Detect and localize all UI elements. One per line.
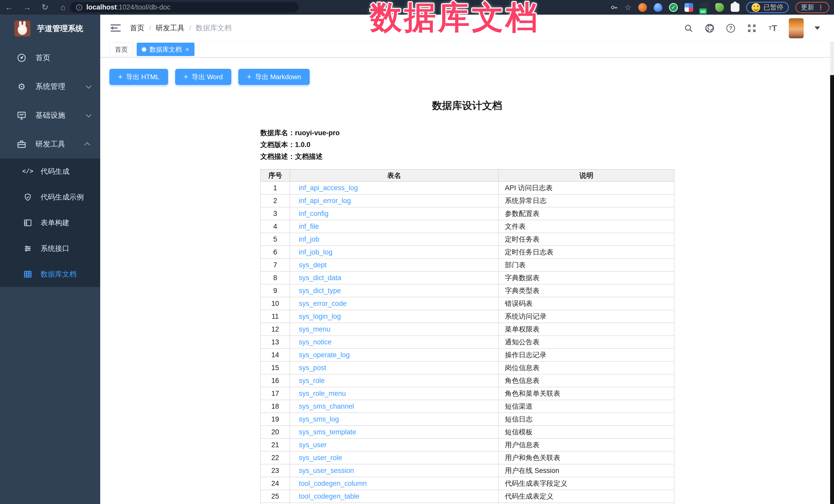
table-name-link[interactable]: inf_file bbox=[299, 223, 319, 230]
extension-icon-orange[interactable] bbox=[638, 3, 647, 12]
sidebar-item-devtools[interactable]: 研发工具 bbox=[0, 130, 100, 158]
table-name-link[interactable]: sys_sms_template bbox=[299, 428, 356, 436]
row-description: 菜单权限表 bbox=[499, 323, 674, 336]
table-name-link[interactable]: sys_login_log bbox=[299, 312, 341, 320]
table-name-link[interactable]: sys_user bbox=[299, 441, 327, 449]
row-index: 26 bbox=[261, 503, 290, 504]
row-description: 系统异常日志 bbox=[499, 194, 674, 207]
browser-menu-icon[interactable]: ⋮ bbox=[817, 4, 824, 11]
user-avatar[interactable] bbox=[789, 18, 804, 38]
doc-title: 数据库设计文档 bbox=[260, 99, 674, 113]
row-index: 10 bbox=[261, 297, 290, 310]
table-name-link[interactable]: inf_config bbox=[299, 210, 329, 217]
table-name-link[interactable]: sys_role_menu bbox=[299, 390, 346, 397]
table-name-link[interactable]: sys_sms_channel bbox=[299, 402, 354, 410]
extension-icon-grid[interactable] bbox=[684, 3, 693, 12]
table-name-link[interactable]: inf_api_access_log bbox=[299, 184, 358, 192]
table-name-link[interactable]: sys_notice bbox=[299, 338, 332, 346]
table-name-link[interactable]: sys_operate_log bbox=[299, 351, 350, 359]
help-icon[interactable]: ? bbox=[726, 23, 736, 34]
bookmark-star-icon[interactable]: ☆ bbox=[624, 3, 632, 12]
db-doc: 数据库设计文档 数据库名：ruoyi-vue-pro文档版本：1.0.0文档描述… bbox=[260, 99, 674, 504]
extension-icon-proxy[interactable]: on bbox=[700, 3, 709, 12]
table-name-link[interactable]: sys_user_session bbox=[299, 467, 354, 475]
browser-forward-icon[interactable]: → bbox=[18, 0, 36, 15]
browser-home-icon[interactable]: ⌂ bbox=[54, 0, 72, 15]
row-index: 12 bbox=[261, 323, 290, 336]
sidebar-fold-icon[interactable] bbox=[110, 24, 121, 32]
update-label: 更新 bbox=[801, 3, 814, 12]
address-bar[interactable]: i localhost:1024/tool/db-doc bbox=[70, 2, 299, 13]
fullscreen-icon[interactable] bbox=[747, 23, 757, 34]
info-value: ruoyi-vue-pro bbox=[295, 129, 340, 137]
table-name-link[interactable]: sys_dict_type bbox=[299, 287, 341, 294]
export-button[interactable]: +导出 Word bbox=[175, 69, 231, 85]
sidebar-item-home[interactable]: 首页 bbox=[0, 43, 100, 72]
github-icon[interactable] bbox=[704, 23, 715, 34]
browser-reload-icon[interactable]: ↻ bbox=[36, 0, 54, 15]
browser-update-chip[interactable]: 更新 ⋮ bbox=[795, 2, 829, 13]
row-index: 4 bbox=[261, 220, 290, 233]
sidebar-item-codegen-demo[interactable]: 代码生成示例 bbox=[0, 184, 100, 210]
view-tab[interactable]: 数据库文档× bbox=[137, 43, 195, 56]
table-name-link[interactable]: sys_error_code bbox=[299, 300, 347, 307]
table-row: 11sys_login_log系统访问记录 bbox=[261, 310, 674, 323]
table-name-link[interactable]: sys_menu bbox=[299, 325, 330, 333]
sidebar-item-codegen[interactable]: </> 代码生成 bbox=[0, 158, 100, 184]
header-actions: ? TT bbox=[683, 15, 820, 42]
key-icon[interactable] bbox=[610, 4, 618, 11]
doc-table-body: 1inf_api_access_logAPI 访问日志表2inf_api_err… bbox=[261, 181, 674, 504]
extension-icon-check[interactable]: ✓ bbox=[669, 3, 678, 12]
table-name-link[interactable]: tool_codegen_table bbox=[299, 492, 359, 500]
user-menu-caret-icon[interactable] bbox=[814, 26, 820, 30]
sidebar-item-label: 系统接口 bbox=[41, 244, 69, 254]
row-table-name-cell: inf_api_access_log bbox=[290, 181, 499, 194]
sidebar-item-system[interactable]: ⚙ 系统管理 bbox=[0, 72, 100, 101]
sidebar-item-system-api[interactable]: 系统接口 bbox=[0, 236, 100, 261]
row-description: 短信日志 bbox=[499, 413, 674, 425]
extension-icon-leaf[interactable] bbox=[715, 3, 724, 12]
table-name-link[interactable]: inf_job bbox=[299, 236, 320, 243]
sidebar-item-infra[interactable]: 基础设施 bbox=[0, 101, 100, 130]
row-index: 17 bbox=[261, 387, 290, 400]
row-table-name-cell: tool_codegen_column bbox=[290, 477, 499, 490]
sidebar-item-db-doc[interactable]: 数据库文档 bbox=[0, 261, 100, 287]
table-name-link[interactable]: sys_user_role bbox=[299, 454, 342, 462]
table-name-link[interactable]: sys_dict_data bbox=[299, 274, 341, 282]
info-value: 1.0.0 bbox=[295, 141, 310, 149]
table-name-link[interactable]: tool_codegen_column bbox=[299, 480, 367, 487]
row-description: API 访问日志表 bbox=[499, 181, 674, 194]
app-logo bbox=[15, 21, 30, 37]
row-table-name-cell: sys_user bbox=[290, 438, 499, 451]
extensions-puzzle-icon[interactable] bbox=[731, 3, 740, 12]
breadcrumb-item[interactable]: 研发工具 bbox=[156, 23, 184, 33]
chevron-down-icon bbox=[86, 112, 92, 118]
extension-icon-pin[interactable] bbox=[654, 3, 662, 12]
table-name-link[interactable]: sys_post bbox=[299, 364, 326, 372]
font-size-icon[interactable]: TT bbox=[768, 23, 778, 34]
export-button[interactable]: +导出 Markdown bbox=[238, 69, 310, 85]
browser-back-icon[interactable]: ← bbox=[0, 0, 18, 15]
table-name-link[interactable]: inf_job_log bbox=[299, 248, 332, 256]
row-description: 字典类型表 bbox=[499, 503, 674, 504]
main-area: 首页/研发工具/数据库文档 ? TT bbox=[100, 15, 834, 504]
table-name-link[interactable]: sys_sms_log bbox=[299, 415, 339, 423]
plus-icon: + bbox=[184, 73, 188, 81]
table-name-link[interactable]: inf_api_error_log bbox=[299, 197, 351, 204]
search-icon[interactable] bbox=[683, 23, 694, 34]
paused-extension-chip[interactable]: 已暂停 bbox=[746, 2, 789, 13]
site-info-icon[interactable]: i bbox=[76, 4, 82, 10]
paused-label: 已暂停 bbox=[763, 3, 783, 12]
app-header: 首页/研发工具/数据库文档 ? TT bbox=[100, 15, 834, 42]
export-button[interactable]: +导出 HTML bbox=[109, 69, 168, 85]
breadcrumb-separator: / bbox=[149, 24, 151, 32]
table-name-link[interactable]: sys_role bbox=[299, 377, 325, 385]
table-name-link[interactable]: sys_dept bbox=[299, 261, 327, 269]
breadcrumb-item[interactable]: 首页 bbox=[130, 23, 145, 33]
view-tab[interactable]: 首页 bbox=[109, 43, 133, 56]
sidebar-item-form-builder[interactable]: 表单构建 bbox=[0, 210, 100, 236]
row-description: 短信渠道 bbox=[499, 400, 674, 413]
app-logo-row[interactable]: 芋道管理系统 bbox=[0, 15, 100, 42]
close-icon[interactable]: × bbox=[185, 46, 189, 53]
page-scrollbar-thumb[interactable] bbox=[830, 75, 834, 504]
